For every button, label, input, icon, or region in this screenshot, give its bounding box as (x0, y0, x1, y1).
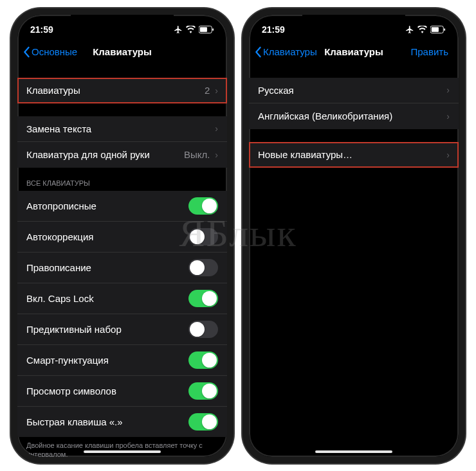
row-add-keyboard[interactable]: Новые клавиатуры… › (249, 142, 459, 168)
chevron-right-icon: › (446, 150, 450, 160)
toggle-smart-punctuation[interactable] (188, 351, 218, 369)
row-spelling: Правописание (17, 253, 227, 283)
toggle-caps-lock[interactable] (188, 290, 218, 307)
toggle-auto-capitalize[interactable] (188, 197, 218, 215)
nav-edit-button[interactable]: Править (411, 46, 454, 57)
nav-bar: Клавиатуры Клавиатуры Править (249, 39, 459, 65)
svg-rect-5 (444, 28, 445, 31)
toggle-dot-shortcut[interactable] (188, 413, 218, 431)
row-label: Новые клавиатуры… (258, 149, 352, 160)
status-icons (405, 25, 446, 34)
row-text-replacement[interactable]: Замена текста › (17, 116, 227, 142)
airplane-icon (174, 25, 183, 34)
keyboards-content[interactable]: Русская › Английская (Великобритания) › … (249, 65, 459, 457)
row-label: Русская (258, 85, 294, 96)
home-indicator[interactable] (315, 450, 392, 453)
keyboard-row-english-uk[interactable]: Английская (Великобритания) › (249, 103, 459, 129)
row-label: Просмотр символов (26, 386, 116, 396)
phone-right: 21:59 Клавиатуры Клавиатуры Править Русс… (243, 8, 465, 463)
row-label: Замена текста (26, 123, 91, 134)
status-icons (174, 25, 214, 34)
chevron-right-icon: › (215, 123, 218, 134)
row-label: Английская (Великобритания) (258, 111, 392, 121)
wifi-icon (186, 26, 196, 33)
status-time: 21:59 (262, 24, 285, 35)
chevron-right-icon: › (446, 85, 450, 95)
row-label: Предиктивный набор (26, 324, 122, 335)
svg-rect-4 (432, 27, 439, 31)
notch (302, 15, 405, 31)
row-label: Клавиатуры (26, 85, 80, 96)
home-indicator[interactable] (84, 450, 161, 453)
row-label: Смарт-пунктуация (26, 355, 109, 366)
section-header-all-keyboards: ВСЕ КЛАВИАТУРЫ (17, 168, 227, 191)
nav-bar: Основные Клавиатуры (17, 39, 227, 65)
phone-left: 21:59 Основные Клавиатуры Клавиатуры (11, 8, 233, 463)
status-time: 21:59 (30, 24, 53, 35)
toggle-predictive[interactable] (188, 321, 218, 338)
svg-rect-2 (212, 28, 214, 31)
nav-back-label: Клавиатуры (263, 46, 317, 57)
row-label: Автопрописные (26, 200, 96, 211)
chevron-right-icon: › (215, 85, 218, 96)
nav-title: Клавиатуры (324, 46, 383, 57)
chevron-left-icon (254, 46, 262, 58)
toggle-spelling[interactable] (188, 259, 218, 276)
battery-icon (199, 26, 214, 33)
row-label: Быстрая клавиша «.» (26, 416, 123, 427)
nav-back-button[interactable]: Основные (23, 46, 77, 58)
chevron-left-icon (23, 46, 30, 58)
row-autocorrect: Автокоррекция (17, 222, 227, 253)
row-label: Вкл. Caps Lock (26, 293, 94, 304)
row-value: 2 (205, 85, 210, 96)
nav-back-button[interactable]: Клавиатуры (254, 46, 317, 58)
row-smart-punctuation: Смарт-пунктуация (17, 345, 227, 376)
row-predictive: Предиктивный набор (17, 314, 227, 345)
row-value: Выкл. (184, 149, 210, 160)
footer-space-tap: Двойное касание клавиши пробела вставляе… (17, 437, 227, 457)
toggle-char-preview[interactable] (188, 382, 218, 400)
row-keyboards[interactable]: Клавиатуры 2 › (17, 78, 227, 103)
row-dot-shortcut: Быстрая клавиша «.» (17, 407, 227, 437)
row-caps-lock: Вкл. Caps Lock (17, 283, 227, 314)
keyboard-row-russian[interactable]: Русская › (249, 78, 459, 103)
row-label: Правописание (26, 262, 91, 273)
wifi-icon (417, 26, 427, 33)
row-char-preview: Просмотр символов (17, 376, 227, 407)
nav-back-label: Основные (32, 46, 77, 57)
settings-content[interactable]: Клавиатуры 2 › Замена текста › Клавиатур… (17, 65, 227, 457)
notch (71, 15, 174, 31)
chevron-right-icon: › (215, 150, 218, 160)
svg-rect-1 (200, 27, 207, 31)
toggle-autocorrect[interactable] (188, 228, 218, 245)
row-auto-capitalize: Автопрописные (17, 191, 227, 222)
row-one-hand-keyboard[interactable]: Клавиатура для одной руки Выкл. › (17, 142, 227, 168)
airplane-icon (405, 25, 414, 34)
row-label: Автокоррекция (26, 231, 93, 242)
chevron-right-icon: › (446, 111, 450, 121)
nav-title: Клавиатуры (93, 46, 152, 57)
battery-icon (430, 26, 446, 33)
row-label: Клавиатура для одной руки (26, 149, 150, 160)
